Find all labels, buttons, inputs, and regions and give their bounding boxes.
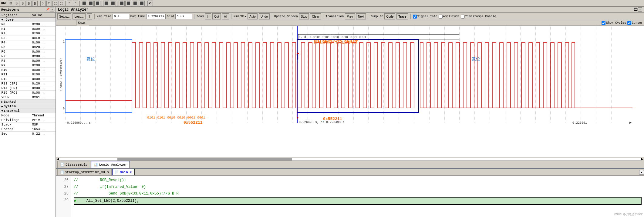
col-register: Register — [0, 13, 31, 18]
reg-r13-name: R13 (SP) — [0, 81, 31, 86]
expand-core-icon[interactable]: ▼ — [2, 19, 3, 22]
group-internal[interactable]: ▼Internal — [0, 109, 56, 113]
load-btn[interactable]: Load... — [72, 13, 86, 19]
toolbar-btn-watch2[interactable]: ⬛ — [110, 1, 116, 6]
amplitude-checkbox[interactable] — [439, 15, 443, 19]
table-row: R50x20... — [0, 45, 56, 50]
tab-main-file[interactable]: 📄 main.c — [112, 169, 135, 175]
question-btn[interactable]: ? — [87, 13, 92, 19]
setup-btn[interactable]: Setup... — [57, 13, 71, 19]
toolbar-btn-run[interactable]: ▷ — [40, 1, 46, 6]
code-text-26: // RGB_Reset(); — [74, 177, 126, 184]
code-btn[interactable]: Code — [384, 13, 395, 19]
waveform-svg: (PORTA # 0x00000100) 1 0 — [56, 26, 644, 157]
show-cycles-checkbox[interactable] — [602, 21, 605, 25]
zoom-out-btn[interactable]: Out — [212, 13, 221, 19]
main-file-label: main.c — [120, 170, 132, 174]
toolbar-btn-0[interactable]: ⊡ — [8, 1, 13, 6]
code-line-29: ▶ All_Set_LED(2,0x552211); — [74, 197, 642, 205]
min-time-display: 0 s — [113, 14, 129, 19]
reg-r6-value: 0x00... — [31, 50, 55, 54]
timestamps-checkbox[interactable] — [461, 15, 465, 19]
toolbar-btn-misc2[interactable]: ≡ — [73, 1, 78, 6]
expand-icon[interactable]: 🗖 — [634, 7, 637, 12]
toolbar-btn-mem2[interactable]: ⬛ — [88, 1, 94, 6]
zoom-all-btn[interactable]: All — [222, 13, 229, 19]
clear-btn[interactable]: Clear — [310, 13, 321, 19]
scroll-right-icon[interactable]: ▶ — [629, 121, 632, 125]
toolbar-btn-2[interactable]: {} — [20, 1, 25, 6]
reg-stack-name: Stack — [0, 122, 31, 127]
collapse-btn[interactable]: ▲ — [639, 170, 644, 175]
group-system[interactable]: ▶System — [0, 104, 56, 109]
scroll-thumb[interactable] — [117, 158, 292, 160]
logic-tab-label: Logic Analyzer — [99, 163, 127, 167]
code-tab-bar: 📄 startup_stm32f10x_md.s 📄 main.c ▲ — [56, 169, 644, 176]
reg-r5-name: R5 — [0, 45, 31, 50]
svg-rect-38 — [65, 40, 132, 112]
next-btn[interactable]: Next — [356, 13, 366, 19]
tab-startup-file[interactable]: 📄 startup_stm32f10x_md.s — [57, 169, 112, 175]
reg-sec-name: Sec — [0, 132, 31, 136]
minmax-label: Min/Max — [234, 15, 246, 18]
toolbar-btn-mem1[interactable]: ⬛ — [81, 1, 87, 6]
reg-r8-name: R8 — [0, 59, 31, 63]
table-row: R30xE0... — [0, 36, 56, 40]
toolbar-btn-stop[interactable]: □ — [46, 1, 52, 6]
annotation-arrowhead: ▼ — [297, 116, 298, 120]
collapse-icon[interactable]: ▲ — [639, 170, 644, 175]
waveform-scrollbar[interactable]: ◀ ▶ — [56, 157, 644, 161]
toolbar-btn-1[interactable]: {} — [14, 1, 19, 6]
expand-system-icon[interactable]: ▶ — [2, 105, 3, 108]
grid-display: 5 us — [175, 14, 192, 19]
toolbar-btn-mem3[interactable]: ⬛ — [94, 1, 100, 6]
toolbar-btn-watch[interactable]: ⬛ — [103, 1, 109, 6]
toolbar-btn-extra3[interactable]: ⬛ — [132, 1, 138, 6]
toolbar-btn-step2[interactable]: ⬚ — [59, 1, 64, 6]
stop-btn[interactable]: Stop — [299, 13, 309, 19]
toolbar-btn-step[interactable]: ⬚ — [52, 1, 58, 6]
logic-close-btn[interactable]: ✕ — [638, 7, 642, 12]
toolbar-btn-gear[interactable]: ⚙ — [147, 1, 153, 6]
reg-r14-value: 0x08... — [31, 86, 55, 91]
logic-analyzer-header: Logic Analyzer 🗖 ✕ — [56, 7, 644, 13]
tab-disassembly[interactable]: 📄 Disassembly — [57, 161, 90, 168]
registers-panel-header: Registers 📌 ✕ — [0, 7, 56, 13]
auto-btn[interactable]: Auto — [248, 13, 258, 19]
annotation-arrow-line — [297, 62, 297, 117]
panel-close-btn[interactable]: ✕ — [50, 8, 54, 12]
reg-r9-name: R9 — [0, 63, 31, 68]
table-row: Sec0.22... — [0, 132, 56, 136]
pin-icon[interactable]: 📌 — [46, 8, 49, 12]
table-row: PrivilegePriv... — [0, 118, 56, 122]
scroll-left-icon[interactable]: ◀ — [57, 157, 59, 161]
signal-info-checkbox[interactable] — [413, 15, 417, 19]
scroll-track[interactable] — [59, 158, 641, 161]
reg-r3-value: 0xE0... — [31, 36, 55, 40]
group-core[interactable]: ▼ Core — [0, 18, 56, 22]
toolbar-btn-misc1[interactable]: ≡ — [67, 1, 72, 6]
expand-internal-icon[interactable]: ▼ — [2, 110, 3, 113]
toolbar-btn-4[interactable]: {} — [32, 1, 38, 6]
waveform-display[interactable]: (PORTA # 0x00000100) 1 0 — [56, 26, 644, 157]
toolbar-btn-extra4[interactable]: ⬛ — [139, 1, 145, 6]
cursor-label: Cursor — [632, 21, 643, 25]
toolbar-btn-3[interactable]: {} — [26, 1, 32, 6]
group-banked[interactable]: ▶Banked — [0, 100, 56, 104]
table-row: R80x00... — [0, 59, 56, 63]
prev-btn[interactable]: Prev — [345, 13, 355, 19]
reg-r4-name: R4 — [0, 40, 31, 45]
cursor-checkbox[interactable] — [627, 21, 631, 25]
zoom-in-btn[interactable]: In — [205, 13, 211, 19]
toolbar-btn-extra2[interactable]: ⬛ — [125, 1, 131, 6]
scroll-right-icon[interactable]: ▶ — [641, 157, 643, 161]
undo-btn[interactable]: Undo — [259, 13, 270, 19]
tab-logic-analyzer[interactable]: 📊 Logic Analyzer — [91, 161, 130, 168]
line-num-29: 29 — [59, 197, 69, 204]
expand-banked-icon[interactable]: ▶ — [2, 101, 3, 104]
trace-btn[interactable]: Trace — [396, 13, 408, 19]
toolbar-btn-extra1[interactable]: ⬛ — [119, 1, 125, 6]
save-btn[interactable]: Save... — [76, 20, 89, 26]
reset-label-right: 复位 — [472, 56, 480, 62]
reg-priv-value: Priv... — [31, 118, 55, 122]
